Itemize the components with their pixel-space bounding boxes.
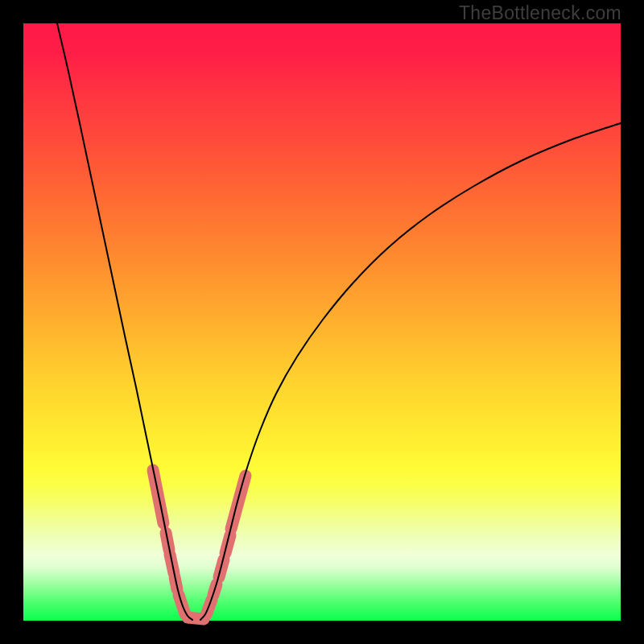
bead-layer bbox=[153, 470, 246, 619]
right-branch-curve bbox=[200, 123, 621, 620]
left-branch-curve bbox=[57, 23, 192, 620]
watermark-text: TheBottleneck.com bbox=[459, 2, 621, 24]
chart-svg bbox=[23, 23, 621, 621]
outer-frame: TheBottleneck.com bbox=[0, 0, 644, 644]
